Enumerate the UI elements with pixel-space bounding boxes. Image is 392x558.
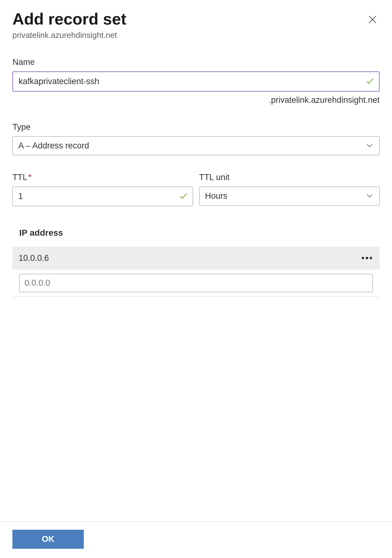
- name-suffix: .privatelink.azurehdinsight.net: [12, 95, 380, 105]
- ok-button[interactable]: OK: [12, 530, 84, 549]
- ellipsis-icon: •••: [362, 253, 373, 263]
- ttl-unit-label: TTL unit: [199, 173, 380, 182]
- ip-row-more-button[interactable]: •••: [362, 253, 373, 263]
- panel-header: Add record set privatelink.azurehdinsigh…: [12, 9, 380, 40]
- type-label: Type: [12, 122, 380, 132]
- ip-address-row: 10.0.0.6 •••: [12, 247, 380, 270]
- close-button[interactable]: [365, 12, 380, 28]
- panel-footer: OK: [0, 521, 392, 549]
- ip-address-value: 10.0.0.6: [19, 253, 49, 263]
- page-subtitle: privatelink.azurehdinsight.net: [12, 30, 126, 40]
- name-field-block: Name .privatelink.azurehdinsight.net: [12, 57, 380, 105]
- ip-address-input[interactable]: [19, 274, 373, 292]
- ttl-unit-field-block: TTL unit Hours: [199, 173, 380, 206]
- name-input[interactable]: [12, 71, 380, 92]
- type-field-block: Type A – Address record: [12, 122, 380, 155]
- ttl-label: TTL*: [12, 173, 193, 182]
- ttl-field-block: TTL*: [12, 173, 193, 206]
- required-indicator: *: [28, 173, 32, 182]
- ttl-unit-select[interactable]: Hours: [199, 187, 380, 206]
- type-select[interactable]: A – Address record: [12, 136, 380, 155]
- name-label: Name: [12, 57, 380, 67]
- ip-address-heading: IP address: [19, 228, 380, 238]
- page-title: Add record set: [12, 9, 126, 29]
- ip-address-section: IP address: [12, 228, 380, 238]
- close-icon: [367, 21, 378, 26]
- ttl-input[interactable]: [12, 187, 193, 206]
- ip-address-input-row: [12, 270, 380, 297]
